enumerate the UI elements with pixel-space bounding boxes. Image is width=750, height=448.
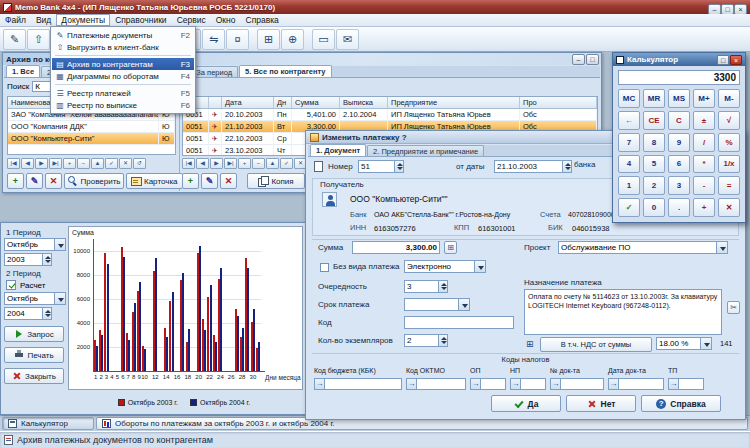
archive-minimize-button[interactable]: – [572,54,585,65]
menu-item-turnover-diagrams[interactable]: ▦Диаграммы по оборотамF4 [52,70,194,82]
contractor-row[interactable]: ООО "Компания ДДК"Ю [8,121,175,133]
contractors-nav-next-button[interactable]: ▶ [35,158,48,169]
dropdown-arrow-icon[interactable] [474,261,485,272]
tax-field[interactable]: → [550,378,604,390]
tax-input[interactable] [481,378,506,390]
contractors-delete-button[interactable]: ✕ [45,173,62,189]
vat-button[interactable]: В т.ч. НДС от суммы [540,337,652,352]
calc-key[interactable]: / [693,133,715,152]
calc-key[interactable]: 8 [643,133,665,152]
close-chart-button[interactable]: Закрыть [4,368,64,384]
calc-key[interactable]: 2 [643,176,665,195]
contractors-add-button[interactable]: + [7,173,24,189]
calc-key[interactable]: M- [718,89,740,108]
payments-nav-post-button[interactable]: ✓ [280,158,293,169]
menu-service[interactable]: Сервис [172,14,211,26]
menu-item-upload-client-bank[interactable]: ⇧Выгрузить в клиент-банк [52,41,194,53]
copy-button[interactable]: Копия [247,173,305,189]
period1-month-select[interactable]: Октябрь [4,238,66,251]
priority-input[interactable] [405,281,438,292]
calc-key[interactable]: 1/x [718,155,740,174]
calc-key[interactable]: = [718,176,740,195]
tax-field[interactable]: → [668,378,704,390]
contractors-nav-post-button[interactable]: ✓ [105,158,118,169]
calc-maximize-button[interactable]: □ [717,55,729,65]
payments-delete-button[interactable]: ✕ [220,173,237,189]
contractors-nav-edit-button[interactable]: ▲ [91,158,104,169]
calc-key[interactable]: MS [668,89,690,108]
contractors-nav-prev-button[interactable]: ◀ [21,158,34,169]
balance-icon[interactable]: ⇋ [202,29,225,50]
tax-input[interactable] [417,378,466,390]
spinner-icon[interactable] [562,161,571,172]
copies-field[interactable] [404,334,448,347]
contractors-nav-refresh-button[interactable]: ↺ [133,158,146,169]
query-button[interactable]: Запрос [4,326,64,342]
tax-field[interactable]: → [470,378,506,390]
contractor-row[interactable]: ООО "Компьютер-Сити"Ю [8,133,175,145]
calc-key[interactable]: 4 [618,155,640,174]
payments-tab-2[interactable]: 5. Все по контрагенту [239,65,331,77]
menu-references[interactable]: Справочники [110,14,172,26]
spinner-icon[interactable] [438,335,447,346]
yes-button[interactable]: Да [491,395,561,412]
purpose-textarea[interactable]: Оплата по счету № 5114623 от 13.10.2003г… [524,289,722,335]
print-button[interactable]: Печать [4,347,64,363]
mail-icon[interactable]: ✉ [336,29,359,50]
dropdown-arrow-icon[interactable] [458,299,469,310]
spinner-icon[interactable] [438,281,447,292]
calc-key[interactable]: 0 [643,198,665,217]
calc-close-button[interactable]: × [730,55,742,65]
calc-key[interactable]: * [693,155,715,174]
no-button[interactable]: Нет [566,395,636,412]
calc-key[interactable]: MR [643,89,665,108]
task-tab-calculator[interactable]: Калькулятор [2,417,94,430]
tax-input[interactable] [619,378,664,390]
tax-field[interactable]: → [510,378,546,390]
menu-item-contractors-archive[interactable]: ▤Архив по контрагентамF3 [52,58,194,70]
payments-nav-edit-button[interactable]: ▲ [266,158,279,169]
menu-window[interactable]: Окно [211,14,241,26]
dropdown-arrow-icon[interactable] [700,338,711,349]
calc-key[interactable]: - [693,176,715,195]
calc-key[interactable]: 1 [618,176,640,195]
calc-key[interactable]: ✓ [618,198,640,217]
help-button[interactable]: ?Справка [641,395,721,412]
calc-key[interactable]: + [693,198,715,217]
payments-nav-insert-button[interactable]: + [238,158,251,169]
menu-help[interactable]: Справка [241,14,284,26]
contractors-nav-insert-button[interactable]: + [63,158,76,169]
archive-maximize-button[interactable]: □ [586,54,599,65]
copies-input[interactable] [405,335,438,346]
internet-globe-icon[interactable]: ⊕ [281,29,304,50]
spinner-icon[interactable] [394,161,403,172]
calc-key[interactable]: M+ [693,89,715,108]
vat-percent-select[interactable]: 18.00 % [656,337,712,350]
dialog-tab-1[interactable]: 1. Документ [310,144,366,156]
contractors-nav-delete-button[interactable]: − [77,158,90,169]
payments-add-button[interactable]: + [182,173,199,189]
payments-edit-button[interactable]: ✎ [201,173,218,189]
payment-type-select[interactable]: Электронно [404,260,486,273]
card-button[interactable]: Карточка [126,173,183,189]
date-field[interactable] [494,160,572,173]
calc-checkbox[interactable] [6,280,16,290]
sum-grid-button[interactable]: ⊞ [444,241,457,254]
tax-field[interactable]: → [608,378,664,390]
contractors-nav-first-button[interactable]: |◀ [7,158,20,169]
tax-input[interactable] [325,378,402,390]
contractors-edit-button[interactable]: ✎ [26,173,43,189]
contractors-nav-last-button[interactable]: ▶| [49,158,62,169]
currency-icon[interactable]: ¤ [226,29,249,50]
code-field[interactable] [404,316,514,329]
number-input[interactable] [359,161,394,172]
payments-nav-prev-button[interactable]: ◀ [196,158,209,169]
payments-nav-first-button[interactable]: |◀ [182,158,195,169]
menu-item-statement-registry[interactable]: ▥Реестр по выпискеF6 [52,99,194,111]
globe-grid-icon[interactable]: ⊞ [257,29,280,50]
tax-input[interactable] [521,378,546,390]
tax-field[interactable]: → [314,378,402,390]
calc-key[interactable]: C [668,111,690,130]
calc-key[interactable]: CE [643,111,665,130]
calc-key[interactable]: 6 [668,155,690,174]
